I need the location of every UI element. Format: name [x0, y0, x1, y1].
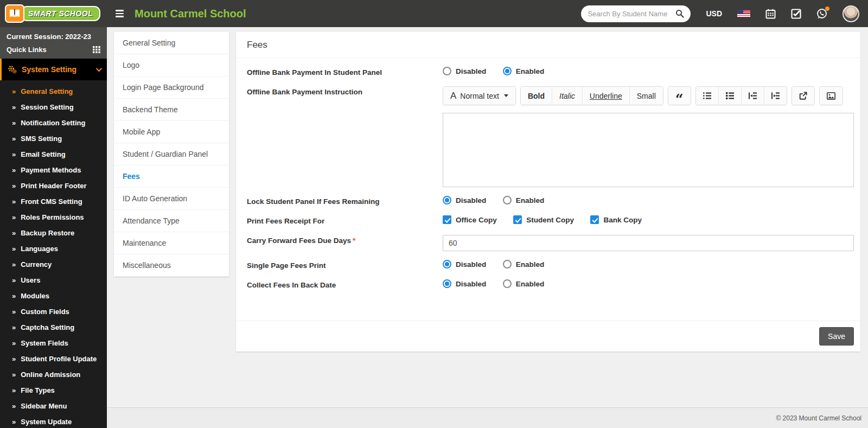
- sidebar-submenu-item[interactable]: » Front CMS Setting: [0, 194, 107, 209]
- radio-option-disabled[interactable]: Disabled: [443, 279, 486, 288]
- radio-icon[interactable]: [503, 260, 512, 269]
- quote-icon: “: [675, 90, 684, 102]
- save-button[interactable]: Save: [819, 327, 854, 346]
- sidebar-submenu-item[interactable]: » System Update: [0, 414, 107, 428]
- checkbox-student-copy[interactable]: Student Copy: [513, 215, 574, 224]
- insert-picture-button[interactable]: [820, 87, 843, 105]
- settings-menu-item[interactable]: Logo: [114, 54, 229, 76]
- page-footer: © 2023 Mount Carmel School: [107, 407, 868, 428]
- settings-menu-item[interactable]: Login Page Background: [114, 76, 229, 99]
- sidebar-submenu-item[interactable]: » File Types: [0, 382, 107, 398]
- sidebar-submenu-item[interactable]: » Payment Methods: [0, 162, 107, 178]
- radio-option-disabled[interactable]: Disabled: [443, 67, 486, 75]
- smart-school-book-icon: [5, 4, 24, 23]
- settings-menu-item[interactable]: ID Auto Generation: [114, 188, 229, 210]
- carry-forward-days-input[interactable]: [443, 235, 854, 251]
- settings-menu-item[interactable]: General Setting: [114, 32, 229, 54]
- small-text-button[interactable]: Small: [629, 87, 663, 105]
- radio-option-enabled[interactable]: Enabled: [503, 67, 545, 75]
- settings-menu-item[interactable]: Mobile App: [114, 121, 229, 143]
- radio-icon[interactable]: [443, 260, 451, 269]
- grid-icon[interactable]: [93, 46, 100, 53]
- settings-menu-item[interactable]: Attendance Type: [114, 210, 229, 232]
- radio-icon[interactable]: [503, 279, 512, 288]
- chevrons-right-icon: »: [12, 340, 16, 347]
- indent-icon: [771, 92, 780, 99]
- bold-button[interactable]: Bold: [521, 87, 552, 105]
- sidebar-submenu-item[interactable]: » Custom Fields: [0, 304, 107, 320]
- sidebar-item-system-setting[interactable]: System Setting: [0, 59, 107, 80]
- settings-menu-item[interactable]: Miscellaneous: [114, 254, 229, 277]
- radio-icon[interactable]: [443, 279, 451, 288]
- chevrons-right-icon: »: [12, 308, 16, 315]
- form-row-lock-student-panel: Lock Student Panel If Fees Remaining Dis…: [247, 196, 854, 207]
- outdent-button[interactable]: [741, 87, 764, 105]
- sidebar-submenu-item[interactable]: » System Fields: [0, 335, 107, 351]
- sidebar-submenu-item[interactable]: » Currency: [0, 257, 107, 272]
- sidebar-submenu-item[interactable]: » Online Admission: [0, 367, 107, 382]
- settings-menu-item[interactable]: Maintenance: [114, 232, 229, 254]
- app-logo[interactable]: SMART SCHOOL: [0, 0, 107, 27]
- sidebar-submenu-item[interactable]: » Student Profile Update: [0, 351, 107, 367]
- underline-button[interactable]: Underline: [582, 87, 629, 105]
- language-flag-icon[interactable]: [737, 10, 750, 17]
- settings-menu: General Setting Logo Login Page Backgrou…: [114, 32, 229, 277]
- radio-icon[interactable]: [443, 67, 451, 75]
- whatsapp-icon[interactable]: [816, 8, 827, 19]
- indent-button[interactable]: [764, 87, 787, 105]
- calendar-icon[interactable]: [765, 9, 776, 19]
- field-label: Offline Bank Payment Instruction: [247, 86, 443, 96]
- unordered-list-button[interactable]: [718, 87, 741, 105]
- field-label: Carry Forward Fees Due Days: [247, 237, 351, 245]
- search-input[interactable]: [588, 10, 675, 18]
- checkbox-icon[interactable]: [513, 215, 522, 224]
- italic-button[interactable]: Italic: [552, 87, 582, 105]
- radio-option-enabled[interactable]: Enabled: [503, 196, 545, 205]
- checkbox-office-copy[interactable]: Office Copy: [443, 215, 497, 224]
- sidebar-submenu-item[interactable]: » Notification Setting: [0, 115, 107, 131]
- tasks-icon[interactable]: [791, 9, 801, 19]
- search-icon[interactable]: [675, 9, 684, 18]
- required-asterisk: *: [353, 237, 355, 245]
- sidebar-submenu-item[interactable]: » Captcha Setting: [0, 320, 107, 335]
- card-footer: Save: [236, 321, 860, 352]
- sidebar-submenu-item[interactable]: » SMS Setting: [0, 131, 107, 146]
- sidebar-submenu-item[interactable]: » Backup Restore: [0, 225, 107, 241]
- notification-badge: [825, 7, 829, 11]
- sidebar-submenu-item[interactable]: » Session Setting: [0, 99, 107, 115]
- sidebar-submenu-item[interactable]: » Sidebar Menu: [0, 398, 107, 414]
- checkbox-bank-copy[interactable]: Bank Copy: [590, 215, 642, 224]
- sidebar-submenu-item[interactable]: » Users: [0, 272, 107, 288]
- radio-option-enabled[interactable]: Enabled: [503, 279, 545, 288]
- sidebar-submenu-item[interactable]: » Roles Permissions: [0, 209, 107, 225]
- checkbox-icon[interactable]: [443, 215, 451, 224]
- editor-textarea[interactable]: [443, 113, 854, 187]
- sidebar-submenu-item[interactable]: » Languages: [0, 241, 107, 257]
- sidebar-submenu-item[interactable]: » Email Setting: [0, 146, 107, 162]
- radio-option-disabled[interactable]: Disabled: [443, 196, 486, 205]
- avatar[interactable]: [843, 5, 859, 22]
- ordered-list-button[interactable]: [696, 87, 718, 105]
- checkbox-icon[interactable]: [590, 215, 599, 224]
- editor-toolbar: A Normal text Bold Italic Underline Smal…: [443, 86, 854, 105]
- caret-down-icon: [504, 94, 508, 97]
- settings-menu-item[interactable]: Student / Guardian Panel: [114, 143, 229, 165]
- sidebar-submenu-item[interactable]: » Modules: [0, 288, 107, 304]
- radio-icon[interactable]: [503, 67, 512, 75]
- menu-toggle-icon[interactable]: [116, 10, 124, 17]
- share-link-button[interactable]: [792, 87, 814, 105]
- radio-option-disabled[interactable]: Disabled: [443, 260, 486, 269]
- fees-form: Offline Bank Payment In Student Panel Di…: [236, 58, 860, 306]
- settings-menu-item[interactable]: Backend Theme: [114, 99, 229, 121]
- radio-option-enabled[interactable]: Enabled: [503, 260, 545, 269]
- radio-icon[interactable]: [503, 196, 512, 205]
- settings-menu-item[interactable]: Fees: [114, 165, 229, 188]
- text-style-dropdown[interactable]: A Normal text: [443, 87, 515, 105]
- radio-icon[interactable]: [443, 196, 451, 205]
- blockquote-button[interactable]: “: [668, 87, 691, 105]
- sidebar-submenu-item[interactable]: » General Setting: [0, 84, 107, 99]
- sidebar-submenu-item[interactable]: » Print Header Footer: [0, 178, 107, 194]
- currency-selector[interactable]: USD: [706, 9, 722, 18]
- quick-links[interactable]: Quick Links: [7, 46, 100, 54]
- school-title: Mount Carmel School: [135, 8, 246, 20]
